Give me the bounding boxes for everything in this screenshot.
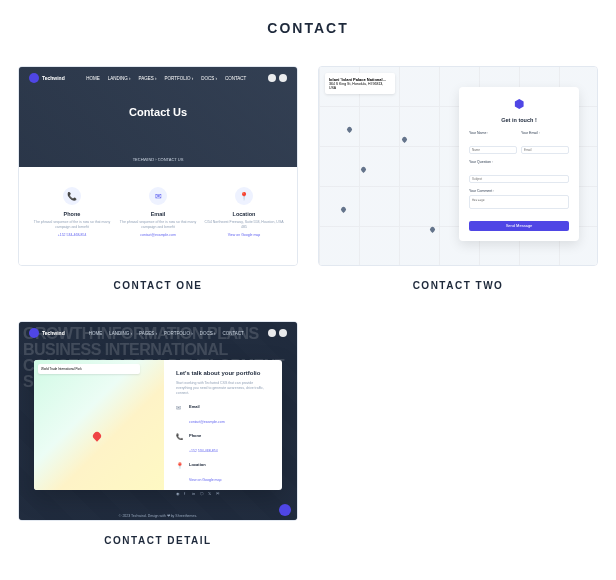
map-pin-icon xyxy=(401,136,408,143)
thumbnail-contact-one[interactable]: Techwind HOME LANDING › PAGES › PORTFOLI… xyxy=(18,66,298,266)
nav-actions xyxy=(268,329,287,337)
social-icon[interactable]: 𝕏 xyxy=(208,491,213,496)
panel-title: Let's talk about your portfolio xyxy=(176,370,270,376)
contact-item-location: 📍 LocationView on Google map xyxy=(176,462,270,485)
menu-item[interactable]: PORTFOLIO › xyxy=(164,331,193,336)
brand-text: Techwind xyxy=(42,330,65,336)
nav: Techwind HOME LANDING › PAGES › PORTFOLI… xyxy=(19,67,297,89)
contact-card-email: ✉ Email The phrasal sequence of the is n… xyxy=(118,187,198,247)
template-grid: Techwind HOME LANDING › PAGES › PORTFOLI… xyxy=(18,66,598,556)
info-panel: Let's talk about your portfolio Start wo… xyxy=(164,360,282,490)
fab-button[interactable] xyxy=(279,504,291,516)
template-item: Techwind HOME LANDING › PAGES › PORTFOLI… xyxy=(18,66,298,291)
breadcrumb: TECHWIND › CONTACT US xyxy=(133,157,184,162)
name-input[interactable] xyxy=(469,146,517,154)
name-label: Your Name : xyxy=(469,131,517,135)
location-icon: 📍 xyxy=(235,187,253,205)
caption: CONTACT TWO xyxy=(318,280,598,291)
hero-title: Contact Us xyxy=(129,106,187,118)
contact-form: ⬢ Get in touch ! Your Name : Your Email … xyxy=(459,87,579,241)
social-icons: ◉ f in ⬡ 𝕏 ✉ xyxy=(176,491,270,496)
message-input[interactable] xyxy=(469,195,569,209)
brand[interactable]: Techwind xyxy=(29,73,65,83)
value[interactable]: View on Google map xyxy=(189,478,221,482)
email-label: Your Email : xyxy=(521,131,569,135)
map-bg: Iolani 'Iolani Palace National... 364 S … xyxy=(319,67,597,266)
logo-icon xyxy=(29,73,39,83)
action-dot[interactable] xyxy=(279,329,287,337)
phone-icon: 📞 xyxy=(63,187,81,205)
contact-card-phone: 📞 Phone The phrasal sequence of the is n… xyxy=(32,187,112,247)
action-dot[interactable] xyxy=(268,74,276,82)
map-pin-icon xyxy=(91,430,102,441)
card-link[interactable]: View on Google map xyxy=(204,233,284,237)
menu-item[interactable]: PORTFOLIO › xyxy=(165,76,194,81)
menu-item[interactable]: HOME xyxy=(89,331,103,336)
caption: CONTACT DETAIL xyxy=(18,535,298,546)
template-item: GROWTH INFORMATION PLANS BUSINESS INTERN… xyxy=(18,321,298,546)
map-pin-icon xyxy=(346,126,353,133)
label: Location xyxy=(189,462,221,467)
section-title: CONTACT xyxy=(18,20,598,36)
card-desc: The phrasal sequence of the is now so th… xyxy=(32,220,112,230)
caption: CONTACT ONE xyxy=(18,280,298,291)
thumbnail-contact-two[interactable]: Iolani 'Iolani Palace National... 364 S … xyxy=(318,66,598,266)
map-pin-icon xyxy=(429,226,436,233)
label: Phone xyxy=(189,433,218,438)
contact-cards: 📞 Phone The phrasal sequence of the is n… xyxy=(19,167,297,266)
thumbnail-contact-detail[interactable]: GROWTH INFORMATION PLANS BUSINESS INTERN… xyxy=(18,321,298,521)
menu-item[interactable]: DOCS › xyxy=(201,76,217,81)
form-logo-icon: ⬢ xyxy=(512,97,526,111)
menu-item[interactable]: CONTACT xyxy=(225,76,246,81)
social-icon[interactable]: f xyxy=(184,491,189,496)
nav-actions xyxy=(268,74,287,82)
contact-panel: World Trade International Park Let's tal… xyxy=(34,360,282,490)
social-icon[interactable]: ◉ xyxy=(176,491,181,496)
card-desc: The phrasal sequence of the is now so th… xyxy=(118,220,198,230)
menu-item[interactable]: PAGES › xyxy=(139,76,157,81)
menu: HOME LANDING › PAGES › PORTFOLIO › DOCS … xyxy=(89,331,244,336)
menu-item[interactable]: LANDING › xyxy=(108,76,131,81)
action-dot[interactable] xyxy=(268,329,276,337)
subject-input[interactable] xyxy=(469,175,569,183)
menu-item[interactable]: LANDING › xyxy=(109,331,132,336)
logo-icon xyxy=(29,328,39,338)
comment-label: Your Comment : xyxy=(469,189,569,193)
form-title: Get in touch ! xyxy=(469,117,569,123)
value[interactable]: +152 534-468-854 xyxy=(189,449,218,453)
card-link[interactable]: contact@example.com xyxy=(118,233,198,237)
map-pin-icon xyxy=(360,166,367,173)
email-icon: ✉ xyxy=(176,404,184,412)
card-link[interactable]: +152 534-468-854 xyxy=(32,233,112,237)
nav: Techwind HOME LANDING › PAGES › PORTFOLI… xyxy=(19,322,297,344)
value[interactable]: contact@example.com xyxy=(189,420,225,424)
menu: HOME LANDING › PAGES › PORTFOLIO › DOCS … xyxy=(86,76,246,81)
map-pin-icon xyxy=(340,206,347,213)
hero: Techwind HOME LANDING › PAGES › PORTFOLI… xyxy=(19,67,297,167)
social-icon[interactable]: ⬡ xyxy=(200,491,205,496)
card-title: Email xyxy=(118,211,198,217)
social-icon[interactable]: in xyxy=(192,491,197,496)
footer-text: © 2023 Techwind. Design with ❤ by Shreet… xyxy=(19,514,297,518)
dark-bg: GROWTH INFORMATION PLANS BUSINESS INTERN… xyxy=(19,322,297,521)
menu-item[interactable]: PAGES › xyxy=(139,331,157,336)
social-icon[interactable]: ✉ xyxy=(216,491,221,496)
email-input[interactable] xyxy=(521,146,569,154)
embedded-map[interactable]: World Trade International Park xyxy=(34,360,164,490)
contact-card-location: 📍 Location C/54 Northwest Freeway, Suite… xyxy=(204,187,284,247)
card-title: Phone xyxy=(32,211,112,217)
menu-item[interactable]: HOME xyxy=(86,76,100,81)
menu-item[interactable]: CONTACT xyxy=(222,331,243,336)
card-desc: C/54 Northwest Freeway, Suite 558, Houst… xyxy=(204,220,284,230)
send-button[interactable]: Send Message xyxy=(469,221,569,231)
phone-icon: 📞 xyxy=(176,433,184,441)
email-icon: ✉ xyxy=(149,187,167,205)
menu-item[interactable]: DOCS › xyxy=(200,331,216,336)
template-item: Iolani 'Iolani Palace National... 364 S … xyxy=(318,66,598,291)
card-title: Location xyxy=(204,211,284,217)
brand[interactable]: Techwind xyxy=(29,328,65,338)
question-label: Your Question : xyxy=(469,160,569,164)
location-icon: 📍 xyxy=(176,462,184,470)
action-dot[interactable] xyxy=(279,74,287,82)
brand-text: Techwind xyxy=(42,75,65,81)
